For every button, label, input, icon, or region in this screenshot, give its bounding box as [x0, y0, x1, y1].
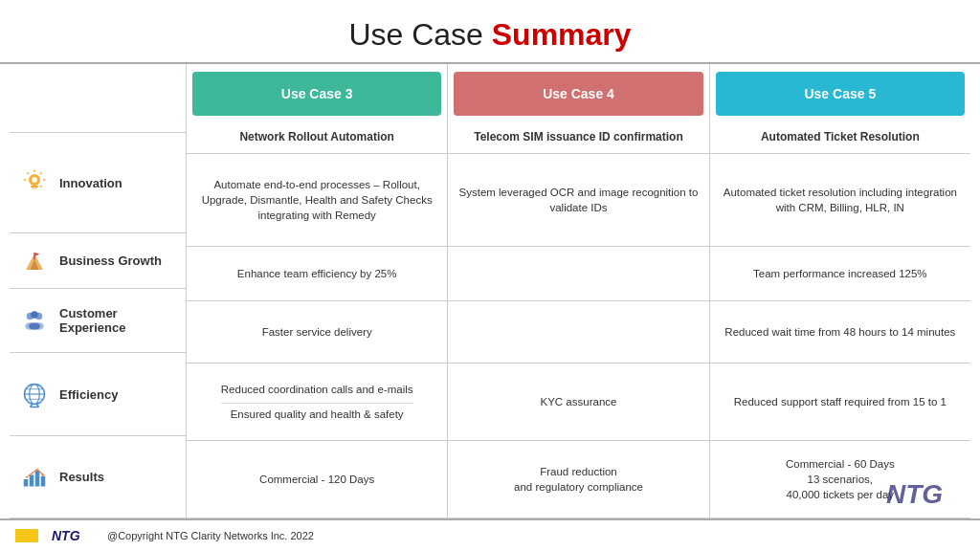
uc4-subheader: Telecom SIM issuance ID confirmation — [448, 118, 708, 154]
svg-point-18 — [31, 312, 38, 320]
uc4-results-row: Fraud reduction and regulatory complianc… — [448, 441, 708, 518]
svg-line-5 — [40, 173, 42, 175]
uc3-innovation-row: Automate end-to-end processes – Rollout,… — [187, 154, 447, 247]
uc3-results-row: Commercial - 120 Days — [187, 441, 447, 518]
title-prefix: Use Case — [348, 17, 491, 52]
uc3-efficiency-2: Ensured quality and health & safety — [221, 403, 413, 423]
customer-label: Customer Experience — [59, 306, 178, 335]
uc4-innovation-row: System leveraged OCR and image recogniti… — [448, 154, 708, 247]
svg-rect-12 — [33, 253, 35, 260]
results-label: Results — [59, 470, 104, 484]
page-container: Use Case Summary — [0, 0, 980, 551]
uc5-header: Use Case 5 — [716, 72, 965, 116]
svg-text:NTG: NTG — [52, 528, 80, 543]
uc5-subheader: Automated Ticket Resolution — [710, 118, 970, 154]
svg-rect-29 — [30, 475, 34, 487]
uc4-efficiency-row: KYC assurance — [448, 364, 708, 441]
footer-yellow-bar — [15, 529, 38, 542]
uc4-header: Use Case 4 — [454, 72, 702, 116]
left-row-innovation: Innovation — [10, 133, 186, 233]
innovation-label: Innovation — [59, 176, 122, 190]
customer-icon — [17, 303, 52, 338]
results-icon — [17, 459, 52, 494]
svg-point-19 — [29, 323, 40, 331]
left-row-business: Business Growth — [10, 233, 186, 289]
uc5-efficiency-row: Reduced support staff required from 15 t… — [710, 364, 970, 441]
uc5-business-row: Team performance increased 125% — [710, 247, 970, 301]
uc4-business-row — [448, 247, 708, 301]
main-table: Innovation Business Growth — [0, 64, 980, 518]
svg-rect-1 — [31, 186, 38, 187]
footer-logo-area: NTG — [50, 525, 96, 546]
use-case-4-column: Use Case 4 Telecom SIM issuance ID confi… — [448, 64, 709, 518]
uc5-customer-row: Reduced wait time from 48 hours to 14 mi… — [710, 301, 970, 364]
business-icon — [17, 244, 52, 278]
svg-rect-31 — [41, 476, 46, 487]
left-row-results: Results — [10, 436, 186, 518]
svg-line-8 — [28, 173, 30, 175]
efficiency-icon — [17, 377, 52, 411]
innovation-icon — [17, 165, 52, 200]
uc4-rows: System leveraged OCR and image recogniti… — [448, 154, 708, 518]
use-case-5-column: Use Case 5 Automated Ticket Resolution A… — [710, 64, 970, 518]
left-row-customer: Customer Experience — [10, 289, 186, 353]
ntg-watermark: NTG — [884, 474, 970, 518]
svg-rect-2 — [32, 187, 37, 189]
uc3-business-row: Enhance team efficiency by 25% — [187, 247, 447, 301]
uc3-header: Use Case 3 — [192, 72, 441, 116]
uc4-customer-row — [448, 301, 708, 364]
svg-rect-28 — [24, 479, 29, 487]
left-header-spacer — [10, 64, 186, 133]
svg-line-7 — [40, 186, 42, 187]
business-label: Business Growth — [59, 253, 162, 268]
svg-marker-13 — [35, 253, 40, 256]
svg-rect-30 — [35, 471, 40, 487]
uc5-rows: Automated ticket resolution including in… — [710, 154, 970, 518]
efficiency-label: Efficiency — [59, 387, 118, 402]
left-labels-column: Innovation Business Growth — [10, 64, 187, 518]
title-highlight: Summary — [492, 17, 632, 52]
svg-point-3 — [32, 177, 37, 183]
content-columns: Use Case 3 Network Rollout Automation Au… — [187, 64, 970, 518]
uc3-efficiency-stack: Reduced coordination calls and e-mails E… — [221, 381, 413, 423]
use-case-3-column: Use Case 3 Network Rollout Automation Au… — [187, 64, 448, 518]
svg-point-32 — [42, 474, 45, 476]
uc5-innovation-row: Automated ticket resolution including in… — [710, 154, 970, 247]
uc3-rows: Automate end-to-end processes – Rollout,… — [187, 154, 447, 518]
uc3-subheader: Network Rollout Automation — [187, 118, 447, 154]
footer-copyright: @Copyright NTG Clarity Networks Inc. 202… — [107, 530, 314, 541]
left-row-efficiency: Efficiency — [10, 353, 186, 435]
footer: NTG @Copyright NTG Clarity Networks Inc.… — [0, 518, 980, 551]
uc3-efficiency-1: Reduced coordination calls and e-mails — [221, 381, 413, 398]
page-title: Use Case Summary — [0, 0, 980, 62]
ntg-logo: NTG — [50, 525, 96, 546]
uc3-customer-row: Faster service delivery — [187, 301, 447, 364]
uc3-efficiency-row: Reduced coordination calls and e-mails E… — [187, 364, 447, 441]
svg-text:NTG: NTG — [886, 479, 943, 509]
